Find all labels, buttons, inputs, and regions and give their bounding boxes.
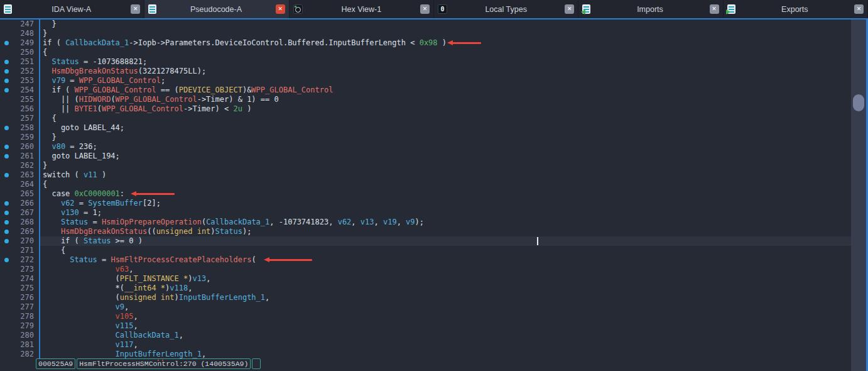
tab-pseudocode-a[interactable]: Pseudocode-A✕ [144, 0, 289, 18]
code-text: if ( CallbackData_1->Iopb->Parameters.De… [43, 38, 447, 48]
line-number: 261 [13, 152, 34, 161]
code-line[interactable]: 261 goto LABEL_194; [0, 152, 852, 161]
code-line[interactable]: 259 } [0, 133, 852, 142]
close-icon[interactable]: ✕ [710, 4, 719, 14]
code-text: (unsigned int)InputBufferLength_1, [43, 293, 269, 302]
pseudocode-view[interactable]: 247 }248}249if ( CallbackData_1->Iopb->P… [0, 19, 852, 359]
code-line[interactable]: 253 v79 = WPP_GLOBAL_Control; [0, 76, 852, 86]
code-line[interactable]: 280 CallbackData_1, [0, 331, 852, 340]
code-line[interactable]: 282 InputBufferLength_1, [0, 350, 852, 359]
code-line[interactable]: 257 { [0, 114, 852, 123]
tab-label: Local Types [450, 5, 562, 14]
gutter-cell [0, 293, 13, 302]
code-line[interactable]: 272 Status = HsmFltProcessCreatePlacehol… [0, 255, 852, 265]
code-text: v62 = SystemBuffer[2]; [43, 199, 161, 208]
code-line[interactable]: 250{ [0, 48, 852, 57]
breakpoint-dot-icon [0, 38, 13, 48]
code-text: Status = HsmFltProcessCreatePlaceholders… [43, 255, 256, 265]
code-line[interactable]: 247 } [0, 19, 852, 29]
code-text: HsmDbgBreakOnStatus((unsigned int)Status… [43, 227, 251, 236]
code-line[interactable]: 278 v105, [0, 312, 852, 321]
code-line[interactable]: 260 v80 = 236; [0, 142, 852, 152]
code-line[interactable]: 256 || BYTE1(WPP_GLOBAL_Control->Timer) … [0, 104, 852, 114]
code-text: case 0xC0000001: [43, 189, 124, 199]
close-icon[interactable]: ✕ [276, 4, 285, 14]
vertical-scrollbar[interactable] [851, 19, 866, 371]
tab-label: Imports [593, 5, 707, 14]
code-text: CallbackData_1, [43, 331, 183, 340]
scrollbar-thumb[interactable] [853, 94, 864, 111]
code-line[interactable]: 264{ [0, 180, 852, 189]
line-number: 269 [13, 227, 34, 236]
code-line[interactable]: 277 v9, [0, 302, 852, 312]
code-line[interactable]: 279 v115, [0, 321, 852, 331]
code-line[interactable]: 266 v62 = SystemBuffer[2]; [0, 199, 852, 208]
code-text: goto LABEL_194; [43, 152, 120, 161]
tab-exports[interactable]: Exports✕ [724, 0, 868, 18]
code-line[interactable]: 270 if ( Status >= 0 ) [0, 236, 852, 246]
close-icon[interactable]: ✕ [420, 4, 430, 14]
code-text: } [43, 133, 57, 142]
code-line[interactable]: 267 v130 = 1; [0, 208, 852, 218]
code-text: v117, [43, 340, 138, 350]
active-pane-top-border [0, 18, 868, 19]
code-text: { [43, 180, 47, 189]
code-line[interactable]: 273 v63, [0, 265, 852, 274]
code-line[interactable]: 258 goto LABEL_44; [0, 123, 852, 133]
tab-label: Pseudocode-A [159, 5, 273, 14]
tab-hex-view-1[interactable]: Hex View-1✕ [290, 0, 434, 18]
gutter-cell [0, 321, 13, 331]
code-line[interactable]: 248} [0, 29, 852, 38]
line-number: 273 [13, 265, 34, 274]
breakpoint-dot-icon [0, 57, 13, 67]
breakpoint-dot-icon [0, 208, 13, 218]
code-line[interactable]: 268 Status = HsmiOpPrepareOperation(Call… [0, 218, 852, 227]
line-number: 277 [13, 302, 34, 312]
close-icon[interactable]: ✕ [565, 4, 574, 14]
tab-label: Hex View-1 [305, 5, 418, 14]
code-line[interactable]: 249if ( CallbackData_1->Iopb->Parameters… [0, 38, 852, 48]
code-line[interactable]: 269 HsmDbgBreakOnStatus((unsigned int)St… [0, 227, 852, 236]
code-line[interactable]: 255 || (HIDWORD(WPP_GLOBAL_Control->Time… [0, 95, 852, 104]
line-number: 250 [13, 48, 34, 57]
code-line[interactable]: 252 HsmDbgBreakOnStatus(3221278475LL); [0, 67, 852, 76]
close-icon[interactable]: ✕ [131, 4, 140, 14]
status-location-box: HsmFltProcessHSMControl:270 (1400535A9) [77, 358, 251, 369]
tab-ida-view-a[interactable]: IDA View-A✕ [0, 0, 144, 18]
code-line[interactable]: 251 Status = -1073688821; [0, 57, 852, 67]
line-number: 256 [13, 104, 34, 114]
close-icon[interactable]: ✕ [854, 4, 864, 14]
annotation-arrow [264, 257, 312, 263]
gutter-cell [0, 114, 13, 123]
tab-local-types[interactable]: 0Local Types✕ [434, 0, 578, 18]
code-line[interactable]: 263switch ( v11 ) [0, 170, 852, 180]
tab-label: IDA View-A [14, 5, 128, 14]
code-line[interactable]: 271 { [0, 246, 852, 255]
code-line[interactable]: 275 *(__int64 *)v118, [0, 284, 852, 293]
code-line[interactable]: 262} [0, 161, 852, 170]
line-number: 260 [13, 142, 34, 152]
code-line[interactable]: 281 v117, [0, 340, 852, 350]
code-line[interactable]: 274 (PFLT_INSTANCE *)v13, [0, 274, 852, 284]
line-number: 282 [13, 350, 34, 359]
line-number: 272 [13, 255, 34, 265]
code-line[interactable]: 265 case 0xC0000001: [0, 189, 852, 199]
line-number: 265 [13, 189, 34, 199]
breakpoint-dot-icon [0, 236, 13, 246]
line-number: 251 [13, 57, 34, 67]
code-text: || BYTE1(WPP_GLOBAL_Control->Timer) < 2u… [43, 104, 251, 114]
code-text: Status = -1073688821; [43, 57, 147, 67]
code-text: Status = HsmiOpPrepareOperation(Callback… [43, 218, 424, 227]
gutter-cell [0, 302, 13, 312]
text-view-icon [148, 4, 156, 14]
gutter-cell [0, 161, 13, 170]
line-number: 280 [13, 331, 34, 340]
line-number: 274 [13, 274, 34, 284]
tab-imports[interactable]: Imports✕ [578, 0, 723, 18]
code-text: { [43, 48, 47, 57]
code-text: || (HIDWORD(WPP_GLOBAL_Control->Timer) &… [43, 95, 279, 104]
code-line[interactable]: 276 (unsigned int)InputBufferLength_1, [0, 293, 852, 302]
code-line[interactable]: 254 if ( WPP_GLOBAL_Control == (PDEVICE_… [0, 86, 852, 95]
line-number: 262 [13, 161, 34, 170]
status-extra-box [252, 358, 261, 369]
